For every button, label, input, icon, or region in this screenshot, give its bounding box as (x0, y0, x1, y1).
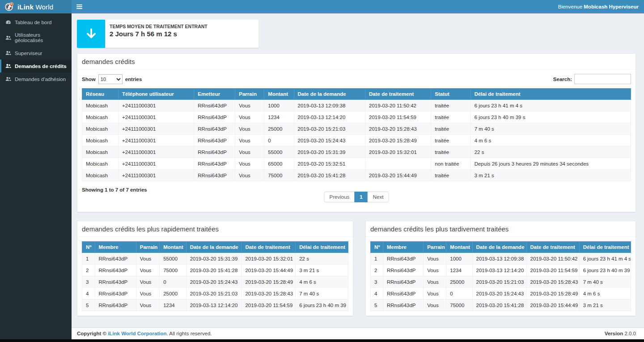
pagination-next-button[interactable]: Next (368, 192, 389, 202)
table-cell: RRnsi643dP (194, 146, 235, 158)
table-cell: 75000 (264, 170, 294, 181)
column-header[interactable]: Statut (431, 89, 470, 100)
table-cell: +24111000301 (118, 170, 194, 181)
entries-select[interactable]: 10 (98, 74, 123, 84)
table-row: 3RRnsi643dPVous02019-03-20 15:24:432019-… (82, 276, 348, 288)
version-text: Version 2.0.0 (605, 331, 636, 336)
table-cell: 2019-03-20 11:50:42 (365, 100, 431, 111)
table-row: 4RRnsi643dPVous02019-03-20 15:24:432019-… (371, 288, 631, 299)
table-cell: 22 s (296, 253, 348, 265)
table-cell: RRnsi643dP (383, 265, 423, 276)
table-cell: 1 (371, 253, 383, 265)
table-cell: 4 (82, 288, 95, 299)
sidebar-item-utilisateurs-geolocalises[interactable]: Utilisateurs géolocalisés (0, 29, 72, 47)
slowest-panel: demandes crédits les plus tardivement tr… (365, 221, 636, 316)
sidebar-item-demandes-de-credits[interactable]: Demandes de crédits (0, 60, 72, 73)
table-row: 1RRnsi643dPVous10002019-03-13 12:09:3820… (371, 253, 631, 265)
table-cell: 2019-03-13 12:09:38 (472, 253, 526, 265)
company-link[interactable]: iLink World Corporation (108, 331, 166, 336)
table-cell (365, 158, 431, 170)
column-header[interactable]: Montant (160, 242, 186, 253)
top-bar: iLink World Bienvenue Mobicash Hypervise… (0, 0, 644, 13)
table-cell: RRnsi643dP (194, 123, 235, 135)
table-cell: RRnsi643dP (95, 253, 136, 265)
table-cell: 3 m 21 s (296, 265, 348, 276)
table-row: Mobicash+24111000301RRnsi643dPVous550002… (82, 146, 631, 158)
column-header[interactable]: Membre (383, 242, 423, 253)
search-label: Search: (553, 77, 572, 82)
table-cell: 1234 (264, 111, 294, 123)
table-cell: 2019-03-20 15:28:49 (242, 276, 296, 288)
column-header[interactable]: Montant (446, 242, 472, 253)
table-cell: 2019-03-20 15:21:03 (294, 123, 365, 135)
sidebar-item-label: Superviseur (15, 51, 42, 56)
column-header[interactable]: Montant (264, 89, 294, 100)
table-cell: RRnsi643dP (95, 265, 136, 276)
table-cell: RRnsi643dP (194, 170, 235, 181)
table-cell: 2019-03-20 15:21:03 (186, 288, 242, 299)
column-header[interactable]: N° (371, 242, 383, 253)
column-header[interactable]: Délai de traitement (579, 242, 631, 253)
table-cell: 4 m 6 s (579, 288, 631, 299)
column-header[interactable]: Date de traitement (526, 242, 579, 253)
table-cell: non traitée (431, 158, 470, 170)
column-header[interactable]: Délai de traitement (296, 242, 348, 253)
column-header[interactable]: Emetteur (194, 89, 235, 100)
table-cell: 2019-03-13 12:09:38 (294, 100, 365, 111)
column-header[interactable]: Parrain (424, 242, 446, 253)
table-cell: RRnsi643dP (383, 299, 423, 311)
sidebar: Tableau de bord Utilisateurs géolocalisé… (0, 13, 72, 339)
table-cell: 2019-03-20 15:44:49 (526, 299, 579, 311)
table-cell: +24111000301 (118, 111, 194, 123)
main-content: TEMPS MOYEN DE TRAITEMENT ENTRANT 2 Jour… (72, 13, 644, 327)
sidebar-toggle-button[interactable] (72, 0, 87, 13)
table-cell: 2019-03-20 15:32:01 (242, 253, 296, 265)
table-cell: 7 m 40 s (579, 276, 631, 288)
column-header[interactable]: Date de traitement (365, 89, 431, 100)
table-cell: 1234 (160, 299, 186, 311)
table-cell: Vous (235, 111, 264, 123)
table-row: 3RRnsi643dPVous250002019-03-20 15:21:032… (371, 276, 631, 288)
brand-logo[interactable]: iLink World (0, 0, 72, 13)
dashboard-icon (5, 19, 11, 25)
table-cell: RRnsi643dP (194, 100, 235, 111)
column-header[interactable]: Réseau (82, 89, 119, 100)
table-cell: Vous (235, 123, 264, 135)
column-header[interactable]: Date de traitement (242, 242, 296, 253)
column-header[interactable]: N° (82, 242, 95, 253)
table-cell: RRnsi643dP (194, 158, 235, 170)
column-header[interactable]: Téléphone utilisateur (118, 89, 194, 100)
sidebar-item-superviseur[interactable]: Superviseur (0, 47, 72, 60)
column-header[interactable]: Date de la demande (186, 242, 242, 253)
sidebar-item-demandes-d-adhesion[interactable]: Demandes d'adhésion (0, 73, 72, 86)
pagination-previous-button[interactable]: Previous (324, 192, 355, 202)
table-cell: 2019-03-20 15:28:43 (526, 276, 579, 288)
column-header[interactable]: Délai de traitement (470, 89, 631, 100)
users-icon (5, 35, 11, 41)
column-header[interactable]: Date de la demande (294, 89, 365, 100)
search-input[interactable] (574, 74, 631, 84)
table-cell: 65000 (264, 158, 294, 170)
sidebar-item-tableau-de-bord[interactable]: Tableau de bord (0, 16, 72, 29)
table-cell: RRnsi643dP (194, 135, 235, 146)
sidebar-item-label: Utilisateurs géolocalisés (15, 32, 68, 43)
table-cell: 2019-03-13 12:14:20 (186, 299, 242, 311)
table-row: 5RRnsi643dPVous12342019-03-13 12:14:2020… (82, 299, 348, 311)
globe-pin-logo-icon (4, 2, 14, 12)
column-header[interactable]: Parrain (235, 89, 264, 100)
table-cell: 3 m 21 s (470, 170, 631, 181)
column-header[interactable]: Date de la demande (472, 242, 526, 253)
table-cell: Depuis 26 jours 3 heures 29 minutes 34 s… (470, 158, 631, 170)
table-cell: 2019-03-20 15:28:49 (526, 288, 579, 299)
pagination-page-1-button[interactable]: 1 (354, 192, 368, 202)
sidebar-item-label: Tableau de bord (15, 20, 51, 25)
users-icon (5, 76, 11, 82)
users-icon (5, 50, 11, 56)
entries-label: entries (125, 77, 142, 82)
table-cell: 0 (160, 276, 186, 288)
table-cell: 25000 (160, 288, 186, 299)
column-header[interactable]: Parrain (136, 242, 159, 253)
column-header[interactable]: Membre (95, 242, 136, 253)
bottom-edge-strip (0, 339, 644, 342)
table-cell: 1234 (446, 265, 472, 276)
